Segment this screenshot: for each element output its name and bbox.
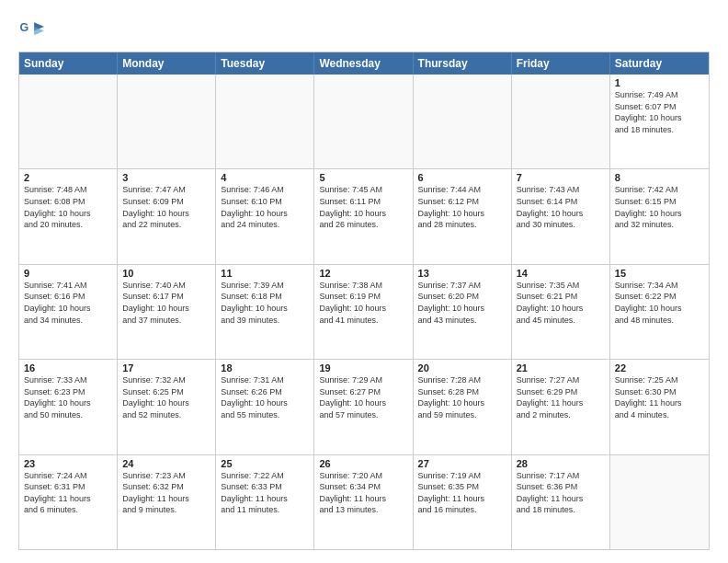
calendar-day-cell: 17Sunrise: 7:32 AM Sunset: 6:25 PM Dayli… bbox=[118, 360, 216, 454]
day-number: 9 bbox=[24, 268, 112, 279]
day-number: 27 bbox=[418, 458, 506, 469]
calendar-day-cell: 26Sunrise: 7:20 AM Sunset: 6:34 PM Dayli… bbox=[314, 455, 413, 549]
day-info: Sunrise: 7:27 AM Sunset: 6:29 PM Dayligh… bbox=[517, 374, 605, 420]
day-number: 13 bbox=[418, 268, 506, 279]
calendar-day-cell: 28Sunrise: 7:17 AM Sunset: 6:36 PM Dayli… bbox=[512, 455, 610, 549]
calendar-day-cell: 22Sunrise: 7:25 AM Sunset: 6:30 PM Dayli… bbox=[610, 360, 709, 454]
day-number: 2 bbox=[24, 172, 112, 183]
calendar-row: 16Sunrise: 7:33 AM Sunset: 6:23 PM Dayli… bbox=[19, 359, 709, 454]
day-info: Sunrise: 7:48 AM Sunset: 6:08 PM Dayligh… bbox=[24, 184, 112, 230]
calendar: SundayMondayTuesdayWednesdayThursdayFrid… bbox=[18, 52, 710, 550]
calendar-day-cell: 24Sunrise: 7:23 AM Sunset: 6:32 PM Dayli… bbox=[118, 455, 216, 549]
calendar-day-cell: 23Sunrise: 7:24 AM Sunset: 6:31 PM Dayli… bbox=[19, 455, 118, 549]
calendar-row: 2Sunrise: 7:48 AM Sunset: 6:08 PM Daylig… bbox=[19, 168, 709, 263]
day-info: Sunrise: 7:41 AM Sunset: 6:16 PM Dayligh… bbox=[24, 280, 112, 326]
calendar-day-cell: 19Sunrise: 7:29 AM Sunset: 6:27 PM Dayli… bbox=[314, 360, 413, 454]
day-info: Sunrise: 7:25 AM Sunset: 6:30 PM Dayligh… bbox=[615, 374, 704, 420]
calendar-day-cell: 4Sunrise: 7:46 AM Sunset: 6:10 PM Daylig… bbox=[216, 169, 314, 263]
calendar-empty-cell bbox=[19, 75, 118, 168]
calendar-page: G SundayMondayTuesdayWednesdayThursdayFr… bbox=[0, 0, 728, 563]
calendar-day-cell: 18Sunrise: 7:31 AM Sunset: 6:26 PM Dayli… bbox=[216, 360, 314, 454]
day-number: 23 bbox=[24, 458, 112, 469]
day-info: Sunrise: 7:38 AM Sunset: 6:19 PM Dayligh… bbox=[319, 280, 407, 326]
calendar-day-cell: 7Sunrise: 7:43 AM Sunset: 6:14 PM Daylig… bbox=[512, 169, 610, 263]
calendar-day-cell: 20Sunrise: 7:28 AM Sunset: 6:28 PM Dayli… bbox=[414, 360, 512, 454]
logo-icon: G bbox=[18, 17, 44, 42]
calendar-empty-cell bbox=[610, 455, 709, 549]
day-info: Sunrise: 7:28 AM Sunset: 6:28 PM Dayligh… bbox=[418, 374, 506, 420]
calendar-day-cell: 6Sunrise: 7:44 AM Sunset: 6:12 PM Daylig… bbox=[414, 169, 512, 263]
day-number: 28 bbox=[517, 458, 605, 469]
day-info: Sunrise: 7:22 AM Sunset: 6:33 PM Dayligh… bbox=[221, 470, 309, 516]
calendar-day-cell: 10Sunrise: 7:40 AM Sunset: 6:17 PM Dayli… bbox=[118, 265, 216, 359]
calendar-day-cell: 16Sunrise: 7:33 AM Sunset: 6:23 PM Dayli… bbox=[19, 360, 118, 454]
calendar-empty-cell bbox=[216, 75, 314, 168]
calendar-day-cell: 27Sunrise: 7:19 AM Sunset: 6:35 PM Dayli… bbox=[414, 455, 512, 549]
weekday-header: Tuesday bbox=[216, 52, 314, 75]
weekday-header: Monday bbox=[118, 52, 216, 75]
calendar-day-cell: 11Sunrise: 7:39 AM Sunset: 6:18 PM Dayli… bbox=[216, 265, 314, 359]
day-info: Sunrise: 7:37 AM Sunset: 6:20 PM Dayligh… bbox=[418, 280, 506, 326]
day-info: Sunrise: 7:29 AM Sunset: 6:27 PM Dayligh… bbox=[319, 374, 407, 420]
calendar-empty-cell bbox=[414, 75, 512, 168]
weekday-header: Sunday bbox=[19, 52, 118, 75]
day-info: Sunrise: 7:35 AM Sunset: 6:21 PM Dayligh… bbox=[517, 280, 605, 326]
day-info: Sunrise: 7:24 AM Sunset: 6:31 PM Dayligh… bbox=[24, 470, 112, 516]
calendar-day-cell: 8Sunrise: 7:42 AM Sunset: 6:15 PM Daylig… bbox=[610, 169, 709, 263]
day-number: 22 bbox=[615, 362, 704, 373]
day-info: Sunrise: 7:23 AM Sunset: 6:32 PM Dayligh… bbox=[122, 470, 210, 516]
calendar-row: 1Sunrise: 7:49 AM Sunset: 6:07 PM Daylig… bbox=[19, 75, 709, 168]
day-number: 8 bbox=[615, 172, 704, 183]
day-info: Sunrise: 7:19 AM Sunset: 6:35 PM Dayligh… bbox=[418, 470, 506, 516]
day-number: 15 bbox=[615, 268, 704, 279]
calendar-day-cell: 5Sunrise: 7:45 AM Sunset: 6:11 PM Daylig… bbox=[314, 169, 413, 263]
day-number: 7 bbox=[517, 172, 605, 183]
calendar-day-cell: 25Sunrise: 7:22 AM Sunset: 6:33 PM Dayli… bbox=[216, 455, 314, 549]
day-info: Sunrise: 7:42 AM Sunset: 6:15 PM Dayligh… bbox=[615, 184, 704, 230]
day-info: Sunrise: 7:32 AM Sunset: 6:25 PM Dayligh… bbox=[122, 374, 210, 420]
calendar-row: 9Sunrise: 7:41 AM Sunset: 6:16 PM Daylig… bbox=[19, 264, 709, 359]
day-number: 14 bbox=[517, 268, 605, 279]
calendar-day-cell: 21Sunrise: 7:27 AM Sunset: 6:29 PM Dayli… bbox=[512, 360, 610, 454]
calendar-day-cell: 3Sunrise: 7:47 AM Sunset: 6:09 PM Daylig… bbox=[118, 169, 216, 263]
day-number: 18 bbox=[221, 362, 309, 373]
day-number: 11 bbox=[221, 268, 309, 279]
day-info: Sunrise: 7:40 AM Sunset: 6:17 PM Dayligh… bbox=[122, 280, 210, 326]
day-number: 16 bbox=[24, 362, 112, 373]
day-info: Sunrise: 7:49 AM Sunset: 6:07 PM Dayligh… bbox=[615, 89, 704, 135]
calendar-day-cell: 12Sunrise: 7:38 AM Sunset: 6:19 PM Dayli… bbox=[314, 265, 413, 359]
svg-text:G: G bbox=[20, 21, 29, 34]
day-number: 10 bbox=[122, 268, 210, 279]
header: G bbox=[18, 17, 710, 42]
day-info: Sunrise: 7:31 AM Sunset: 6:26 PM Dayligh… bbox=[221, 374, 309, 420]
calendar-body: 1Sunrise: 7:49 AM Sunset: 6:07 PM Daylig… bbox=[19, 75, 709, 549]
calendar-empty-cell bbox=[118, 75, 216, 168]
day-number: 6 bbox=[418, 172, 506, 183]
calendar-day-cell: 14Sunrise: 7:35 AM Sunset: 6:21 PM Dayli… bbox=[512, 265, 610, 359]
weekday-header: Friday bbox=[512, 52, 610, 75]
day-number: 26 bbox=[319, 458, 407, 469]
weekday-header: Wednesday bbox=[314, 52, 413, 75]
day-number: 1 bbox=[615, 77, 704, 88]
day-number: 12 bbox=[319, 268, 407, 279]
calendar-day-cell: 1Sunrise: 7:49 AM Sunset: 6:07 PM Daylig… bbox=[610, 75, 709, 168]
day-number: 3 bbox=[122, 172, 210, 183]
day-info: Sunrise: 7:17 AM Sunset: 6:36 PM Dayligh… bbox=[517, 470, 605, 516]
calendar-day-cell: 2Sunrise: 7:48 AM Sunset: 6:08 PM Daylig… bbox=[19, 169, 118, 263]
day-info: Sunrise: 7:39 AM Sunset: 6:18 PM Dayligh… bbox=[221, 280, 309, 326]
day-number: 20 bbox=[418, 362, 506, 373]
logo: G bbox=[18, 17, 46, 42]
calendar-header: SundayMondayTuesdayWednesdayThursdayFrid… bbox=[19, 52, 709, 75]
day-info: Sunrise: 7:33 AM Sunset: 6:23 PM Dayligh… bbox=[24, 374, 112, 420]
day-info: Sunrise: 7:43 AM Sunset: 6:14 PM Dayligh… bbox=[517, 184, 605, 230]
calendar-day-cell: 13Sunrise: 7:37 AM Sunset: 6:20 PM Dayli… bbox=[414, 265, 512, 359]
day-info: Sunrise: 7:34 AM Sunset: 6:22 PM Dayligh… bbox=[615, 280, 704, 326]
calendar-row: 23Sunrise: 7:24 AM Sunset: 6:31 PM Dayli… bbox=[19, 454, 709, 549]
day-number: 17 bbox=[122, 362, 210, 373]
day-info: Sunrise: 7:46 AM Sunset: 6:10 PM Dayligh… bbox=[221, 184, 309, 230]
day-number: 5 bbox=[319, 172, 407, 183]
day-info: Sunrise: 7:45 AM Sunset: 6:11 PM Dayligh… bbox=[319, 184, 407, 230]
calendar-day-cell: 9Sunrise: 7:41 AM Sunset: 6:16 PM Daylig… bbox=[19, 265, 118, 359]
day-number: 24 bbox=[122, 458, 210, 469]
calendar-empty-cell bbox=[512, 75, 610, 168]
